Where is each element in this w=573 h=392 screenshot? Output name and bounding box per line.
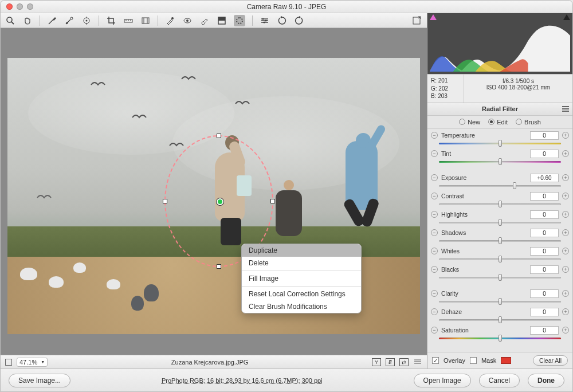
slider-track[interactable] (439, 183, 561, 189)
slider-track[interactable] (439, 202, 561, 207)
radial-filter-pin[interactable] (217, 198, 223, 205)
image-canvas[interactable]: Duplicate Delete Fill Image Reset Local … (1, 28, 427, 355)
slider-value[interactable]: 0 (530, 150, 559, 158)
slider-track[interactable] (439, 141, 561, 147)
decrement-icon[interactable]: − (431, 193, 438, 199)
side-panel: R: 201G: 202B: 203 f/6.3 1/500 sISO 400 … (427, 13, 572, 369)
decrement-icon[interactable]: − (431, 248, 438, 254)
cancel-button[interactable]: Cancel (479, 374, 520, 387)
straighten-tool-icon[interactable] (123, 15, 134, 26)
slider-label: Shadows (441, 229, 527, 236)
increment-icon[interactable]: + (562, 327, 569, 334)
slider-track[interactable] (439, 317, 561, 323)
decrement-icon[interactable]: − (431, 132, 438, 139)
hand-tool-icon[interactable] (22, 15, 33, 26)
slider-value[interactable]: +0.60 (530, 174, 559, 182)
slider-value[interactable]: 0 (530, 192, 559, 201)
filename-label: Zuzana Krejcarova.jpg.JPG (52, 359, 367, 366)
menu-item-delete[interactable]: Delete (242, 257, 361, 269)
slider-value[interactable]: 0 (530, 265, 559, 274)
swap-icon[interactable]: ⇵ (386, 358, 395, 366)
zoom-level[interactable]: 47.1% ▼ (17, 358, 48, 367)
radial-filter-tool-icon[interactable] (234, 15, 245, 26)
done-button[interactable]: Done (528, 374, 564, 387)
workflow-options-link[interactable]: ProPhoto RGB; 16 bit; 28.93 by 16.6 cm (… (79, 377, 406, 384)
transform-tool-icon[interactable] (140, 15, 151, 26)
slider-track[interactable] (439, 299, 561, 305)
save-image-button[interactable]: Save Image... (9, 374, 70, 387)
menu-item-reset-local[interactable]: Reset Local Correction Settings (242, 288, 361, 300)
copy-settings-icon[interactable]: ⇄ (399, 358, 409, 366)
slider-track[interactable] (439, 220, 561, 226)
targeted-adjustment-tool-icon[interactable] (81, 15, 92, 26)
slider-value[interactable]: 0 (530, 229, 559, 237)
red-eye-tool-icon[interactable] (182, 15, 193, 26)
decrement-icon[interactable]: − (431, 308, 438, 315)
rotate-ccw-icon[interactable] (277, 15, 287, 26)
menu-item-fill-image[interactable]: Fill Image (242, 272, 361, 285)
white-balance-tool-icon[interactable] (47, 15, 57, 26)
panel-title: Radial Filter (482, 105, 518, 112)
fullscreen-icon[interactable] (412, 15, 422, 26)
slider-track[interactable] (439, 238, 561, 244)
increment-icon[interactable]: + (562, 290, 569, 297)
decrement-icon[interactable]: − (431, 327, 438, 334)
decrement-icon[interactable]: − (431, 290, 438, 297)
slider-value[interactable]: 0 (530, 326, 559, 335)
slider-value[interactable]: 0 (530, 131, 559, 140)
highlight-clipping-icon[interactable] (563, 14, 570, 20)
slider-track[interactable] (439, 336, 561, 342)
increment-icon[interactable]: + (562, 193, 569, 199)
overlay-checkbox[interactable]: ✓ (432, 357, 439, 364)
increment-icon[interactable]: + (562, 266, 569, 273)
decrement-icon[interactable]: − (431, 266, 438, 273)
mask-color-swatch[interactable] (501, 357, 511, 364)
filter-mode-group: New Edit Brush (427, 116, 572, 129)
mask-label: Mask (481, 357, 496, 364)
slider-track[interactable] (439, 275, 561, 281)
increment-icon[interactable]: + (562, 211, 569, 218)
zoom-tool-icon[interactable] (5, 15, 15, 26)
histogram[interactable] (427, 13, 572, 74)
mode-brush[interactable]: Brush (516, 119, 541, 126)
increment-icon[interactable]: + (562, 248, 569, 254)
slider-track[interactable] (439, 159, 561, 165)
decrement-icon[interactable]: − (431, 150, 438, 157)
decrement-icon[interactable]: − (431, 174, 438, 181)
titlebar: Camera Raw 9.10 - JPEG (1, 1, 572, 13)
slider-label: Blacks (441, 266, 527, 273)
view-single-icon[interactable] (5, 359, 12, 366)
slider-value[interactable]: 0 (530, 210, 559, 219)
increment-icon[interactable]: + (562, 132, 569, 139)
mode-edit[interactable]: Edit (488, 119, 508, 126)
mode-new[interactable]: New (459, 119, 480, 126)
svg-point-23 (262, 18, 264, 19)
graduated-filter-tool-icon[interactable] (217, 15, 227, 26)
slider-label: Tint (441, 150, 527, 157)
increment-icon[interactable]: + (562, 308, 569, 315)
color-sampler-tool-icon[interactable] (64, 15, 74, 26)
slider-track[interactable] (439, 257, 561, 262)
before-after-icon[interactable]: Y (372, 358, 381, 366)
crop-tool-icon[interactable] (106, 15, 116, 26)
menu-item-duplicate[interactable]: Duplicate (242, 244, 361, 257)
slider-value[interactable]: 0 (530, 289, 559, 298)
mask-checkbox[interactable]: ✓ (470, 357, 477, 364)
increment-icon[interactable]: + (562, 150, 569, 157)
open-image-button[interactable]: Open Image (414, 374, 471, 387)
panel-menu-icon[interactable] (562, 106, 569, 112)
decrement-icon[interactable]: − (431, 211, 438, 218)
menu-item-clear-brush[interactable]: Clear Brush Modifications (242, 300, 361, 313)
decrement-icon[interactable]: − (431, 229, 438, 236)
increment-icon[interactable]: + (562, 229, 569, 236)
clear-all-button[interactable]: Clear All (533, 355, 568, 366)
slider-value[interactable]: 0 (530, 308, 559, 316)
increment-icon[interactable]: + (562, 174, 569, 181)
rotate-cw-icon[interactable] (294, 15, 304, 26)
spot-removal-tool-icon[interactable] (165, 15, 175, 26)
preferences-icon[interactable] (260, 15, 270, 26)
adjustment-brush-tool-icon[interactable] (199, 15, 210, 26)
strip-toggle-icon[interactable] (413, 358, 422, 366)
slider-value[interactable]: 0 (530, 247, 559, 256)
shadow-clipping-icon[interactable] (430, 14, 437, 20)
